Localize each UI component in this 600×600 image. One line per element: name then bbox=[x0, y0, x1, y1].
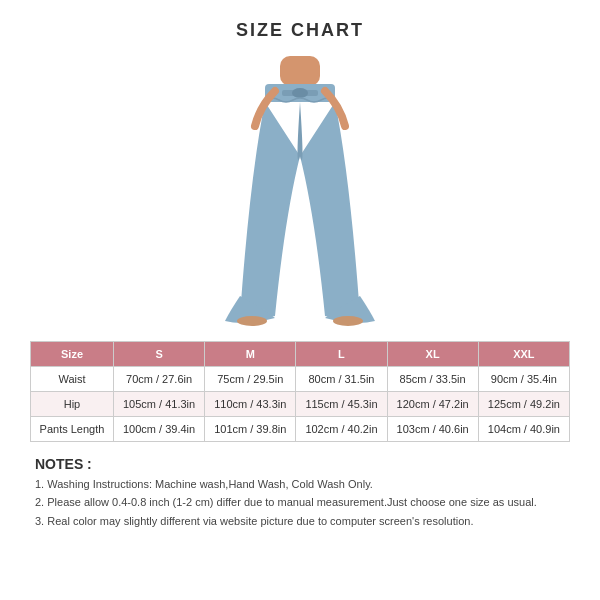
note-item: 1. Washing Instructions: Machine wash,Ha… bbox=[35, 477, 565, 492]
row-waist-m: 75cm / 29.5in bbox=[205, 367, 296, 392]
page: SIZE CHART bbox=[0, 0, 600, 600]
svg-point-5 bbox=[333, 316, 363, 326]
notes-list: 1. Washing Instructions: Machine wash,Ha… bbox=[35, 477, 565, 529]
svg-rect-0 bbox=[280, 56, 320, 86]
row-waist-l: 80cm / 31.5in bbox=[296, 367, 387, 392]
svg-point-4 bbox=[237, 316, 267, 326]
note-item: 3. Real color may slightly different via… bbox=[35, 514, 565, 529]
table-row: Waist 70cm / 27.6in 75cm / 29.5in 80cm /… bbox=[31, 367, 570, 392]
row-hip-l: 115cm / 45.3in bbox=[296, 392, 387, 417]
row-waist-xl: 85cm / 33.5in bbox=[387, 367, 478, 392]
row-hip-label: Hip bbox=[31, 392, 114, 417]
row-waist-xxl: 90cm / 35.4in bbox=[478, 367, 569, 392]
row-pantslength-m: 101cm / 39.8in bbox=[205, 417, 296, 442]
col-header-xxl: XXL bbox=[478, 342, 569, 367]
product-image bbox=[190, 51, 410, 331]
row-pantslength-xxl: 104cm / 40.9in bbox=[478, 417, 569, 442]
col-header-xl: XL bbox=[387, 342, 478, 367]
notes-title: NOTES : bbox=[35, 456, 565, 472]
svg-point-3 bbox=[292, 88, 308, 98]
size-table: Size S M L XL XXL Waist 70cm / 27.6in 75… bbox=[30, 341, 570, 442]
row-waist-s: 70cm / 27.6in bbox=[113, 367, 204, 392]
table-row: Hip 105cm / 41.3in 110cm / 43.3in 115cm … bbox=[31, 392, 570, 417]
page-title: SIZE CHART bbox=[236, 20, 364, 41]
row-hip-s: 105cm / 41.3in bbox=[113, 392, 204, 417]
col-header-s: S bbox=[113, 342, 204, 367]
table-row: Pants Length 100cm / 39.4in 101cm / 39.8… bbox=[31, 417, 570, 442]
notes-section: NOTES : 1. Washing Instructions: Machine… bbox=[30, 456, 570, 532]
col-header-l: L bbox=[296, 342, 387, 367]
row-waist-label: Waist bbox=[31, 367, 114, 392]
note-item: 2. Please allow 0.4-0.8 inch (1-2 cm) di… bbox=[35, 495, 565, 510]
row-pantslength-label: Pants Length bbox=[31, 417, 114, 442]
row-pantslength-l: 102cm / 40.2in bbox=[296, 417, 387, 442]
row-hip-m: 110cm / 43.3in bbox=[205, 392, 296, 417]
row-hip-xxl: 125cm / 49.2in bbox=[478, 392, 569, 417]
row-hip-xl: 120cm / 47.2in bbox=[387, 392, 478, 417]
row-pantslength-s: 100cm / 39.4in bbox=[113, 417, 204, 442]
table-header-row: Size S M L XL XXL bbox=[31, 342, 570, 367]
row-pantslength-xl: 103cm / 40.6in bbox=[387, 417, 478, 442]
col-header-m: M bbox=[205, 342, 296, 367]
col-header-size: Size bbox=[31, 342, 114, 367]
